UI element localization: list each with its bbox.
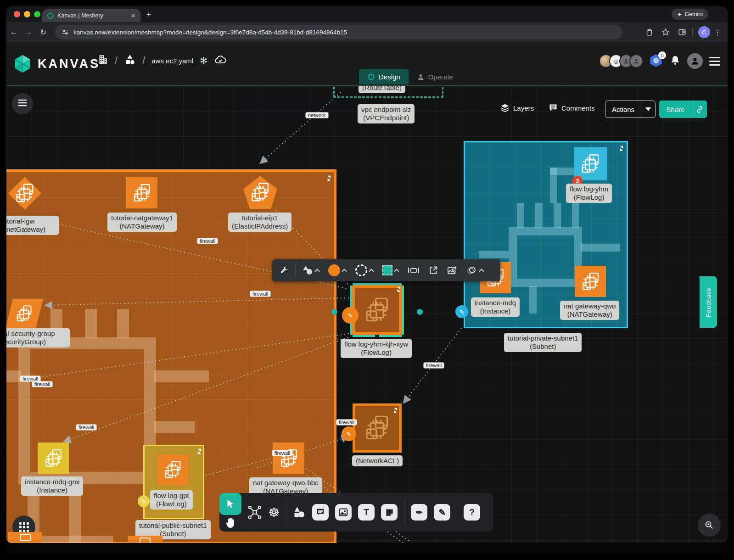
browser-profile-avatar[interactable]: C	[698, 26, 710, 38]
resize-width-tool[interactable]	[405, 266, 422, 275]
kanvas-logo[interactable]: KANVAS	[13, 54, 100, 73]
open-in-new-tool[interactable]	[426, 266, 441, 275]
node-label-network-acl: (NetworkACL)	[352, 455, 403, 466]
node-network-acl[interactable]: ◥◣	[353, 403, 402, 453]
kubernetes-tool[interactable]: ☸	[268, 505, 280, 520]
kanvas-hexagon-icon	[13, 54, 32, 73]
stroke-color-tool[interactable]	[325, 264, 349, 276]
notifications-bell-icon[interactable]	[670, 55, 681, 67]
node-nat-gateway-qwo-bbc[interactable]	[273, 442, 304, 474]
user-avatar[interactable]	[687, 53, 703, 69]
shape-merge-tool[interactable]	[464, 266, 486, 275]
selection-handle[interactable]	[375, 335, 379, 339]
actions-button[interactable]: Actions	[605, 101, 656, 118]
node-instance-mdq-gnx[interactable]	[38, 442, 69, 474]
resize-handle-icon[interactable]: ◥◣	[398, 287, 399, 291]
select-tool[interactable]	[219, 493, 241, 515]
node-partial[interactable]	[128, 536, 162, 543]
tab-operate[interactable]: Operate	[409, 69, 461, 84]
shapes-style-tool[interactable]	[299, 265, 322, 275]
help-button[interactable]: ?	[464, 504, 480, 521]
node-label-natgateway-qwo: nat gateway-qwo(NATGateway)	[560, 301, 619, 320]
zoom-window-button[interactable]	[34, 11, 40, 17]
fill-color-tool[interactable]	[380, 265, 401, 275]
browser-menu-icon[interactable]: ⋮	[714, 28, 721, 37]
operate-mode-icon	[417, 73, 425, 81]
subnet-connect-handle[interactable]: ✎	[455, 305, 468, 318]
back-icon[interactable]: ←	[6, 28, 21, 37]
layers-icon	[500, 103, 510, 112]
design-canvas[interactable]: ◥◣ ◥◣	[6, 85, 728, 543]
layers-button[interactable]: Layers	[500, 103, 534, 112]
edge-connect-handle[interactable]: ✎	[342, 426, 356, 441]
node-nat-gateway-qwo[interactable]	[575, 266, 606, 297]
pencil-tool[interactable]: ✎	[434, 504, 450, 521]
address-bar[interactable]: kanvas.new/extension/meshmap?mode=design…	[55, 25, 622, 39]
tab-design[interactable]: Design	[359, 69, 409, 84]
node-flowlog-selected[interactable]: ◥◣	[350, 283, 404, 337]
edge-label-firewall: firewall	[336, 420, 357, 425]
mode-toggle: Design Operate	[359, 69, 461, 84]
tune-icon[interactable]	[62, 28, 69, 36]
components-tool[interactable]	[248, 505, 262, 519]
text-tool[interactable]: T	[358, 504, 375, 521]
comment-tool[interactable]	[312, 504, 329, 521]
close-tab-icon[interactable]: ✕	[131, 12, 136, 19]
add-image-tool[interactable]	[444, 266, 460, 275]
zoom-button[interactable]	[698, 514, 721, 537]
selection-handle[interactable]	[402, 281, 406, 286]
node-partial[interactable]	[8, 532, 42, 543]
resize-handle-icon[interactable]: ◥◣	[394, 408, 396, 413]
selection-handle[interactable]	[402, 335, 406, 339]
url-text: kanvas.new/extension/meshmap?mode=design…	[73, 29, 347, 36]
side-panel-icon[interactable]	[678, 28, 686, 36]
dashed-circle-icon	[355, 264, 367, 276]
browser-tab[interactable]: Kanvas | Meshery ✕	[42, 9, 140, 22]
share-button[interactable]: Share	[659, 101, 707, 118]
pan-tool[interactable]	[225, 517, 236, 531]
actions-dropdown[interactable]	[641, 101, 655, 118]
node-flowlog-yhm[interactable]	[574, 147, 607, 180]
workspace-icon[interactable]	[124, 54, 136, 67]
header-menu-icon[interactable]	[709, 57, 720, 66]
close-window-button[interactable]	[14, 11, 20, 17]
minimize-window-button[interactable]	[24, 11, 30, 17]
selection-handle[interactable]	[348, 281, 353, 286]
note-tool[interactable]	[381, 504, 398, 521]
browser-window: Kanvas | Meshery ✕ + ✦ Gemini ← → ↻ kanv…	[6, 6, 728, 554]
shapes-tool[interactable]	[293, 506, 306, 518]
border-style-tool[interactable]	[353, 264, 376, 276]
fill-swatch	[382, 265, 392, 275]
resize-handle-icon[interactable]: ◥◣	[328, 176, 330, 180]
node-flowlog-gpt[interactable]	[157, 454, 188, 485]
chevron-up-icon	[479, 269, 484, 274]
copy-link-icon[interactable]	[692, 101, 707, 118]
context-toolbar	[272, 259, 500, 281]
forward-icon[interactable]: →	[21, 28, 36, 37]
design-file-name[interactable]: aws ec2.yaml	[151, 57, 193, 65]
pointer-tools	[219, 493, 241, 531]
bookmark-star-icon[interactable]	[661, 28, 670, 36]
organization-icon[interactable]	[96, 54, 108, 67]
cloud-sync-icon[interactable]	[214, 53, 227, 68]
edge-connect-handle[interactable]: ✎	[342, 307, 359, 324]
collaborator-avatar[interactable]	[629, 54, 643, 68]
wrench-tool[interactable]	[277, 266, 291, 275]
selection-handle[interactable]	[348, 335, 353, 339]
gemini-button[interactable]: ✦ Gemini	[672, 9, 708, 20]
resize-handle-icon[interactable]: ◥◣	[198, 449, 200, 454]
kubernetes-context-button[interactable]: ☸ 0	[650, 54, 663, 68]
feedback-tab[interactable]: Feedback	[700, 276, 717, 328]
comments-button[interactable]: Comments	[549, 103, 595, 112]
save-icon[interactable]	[645, 28, 653, 36]
image-tool[interactable]	[335, 504, 352, 521]
pen-tool[interactable]: ✒	[411, 504, 427, 521]
breadcrumb: / / aws ec2.yaml ✻	[96, 53, 227, 68]
subnet-connect-handle[interactable]: ✎	[138, 495, 150, 507]
node-nat-gateway-1[interactable]	[126, 177, 157, 208]
new-tab-button[interactable]: +	[146, 10, 151, 19]
design-config-icon[interactable]: ✻	[200, 55, 207, 66]
resize-handle-icon[interactable]: ◥◣	[620, 146, 622, 151]
refresh-icon[interactable]: ↻	[36, 28, 50, 37]
edge-label-firewall: firewall	[250, 291, 270, 297]
